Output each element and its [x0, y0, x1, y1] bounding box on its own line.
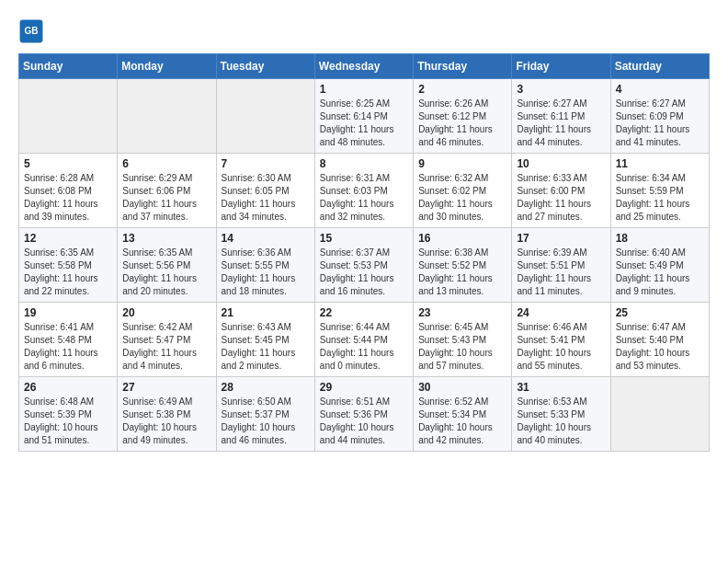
table-row: 12Sunrise: 6:35 AM Sunset: 5:58 PM Dayli…	[19, 228, 118, 303]
table-row: 3Sunrise: 6:27 AM Sunset: 6:11 PM Daylig…	[512, 79, 610, 154]
day-number: 11	[616, 157, 704, 170]
table-row	[610, 377, 709, 452]
table-row: 8Sunrise: 6:31 AM Sunset: 6:03 PM Daylig…	[314, 154, 413, 228]
calendar-week-row: 1Sunrise: 6:25 AM Sunset: 6:14 PM Daylig…	[19, 79, 710, 154]
table-row: 21Sunrise: 6:43 AM Sunset: 5:45 PM Dayli…	[216, 303, 314, 377]
day-info: Sunrise: 6:42 AM Sunset: 5:47 PM Dayligh…	[122, 321, 210, 373]
day-info: Sunrise: 6:51 AM Sunset: 5:36 PM Dayligh…	[320, 396, 408, 447]
col-wednesday: Wednesday	[314, 54, 413, 79]
day-number: 24	[517, 306, 605, 319]
day-info: Sunrise: 6:41 AM Sunset: 5:48 PM Dayligh…	[24, 321, 112, 373]
col-sunday: Sunday	[19, 54, 118, 79]
day-info: Sunrise: 6:31 AM Sunset: 6:03 PM Dayligh…	[320, 172, 408, 224]
day-number: 29	[320, 381, 408, 394]
table-row: 18Sunrise: 6:40 AM Sunset: 5:49 PM Dayli…	[610, 228, 709, 303]
day-info: Sunrise: 6:45 AM Sunset: 5:43 PM Dayligh…	[418, 321, 506, 373]
calendar-week-row: 19Sunrise: 6:41 AM Sunset: 5:48 PM Dayli…	[19, 303, 710, 377]
day-info: Sunrise: 6:29 AM Sunset: 6:06 PM Dayligh…	[122, 172, 210, 224]
calendar-table: Sunday Monday Tuesday Wednesday Thursday…	[18, 53, 710, 452]
day-number: 6	[122, 157, 210, 170]
day-number: 20	[122, 306, 210, 319]
day-number: 13	[122, 232, 210, 245]
day-number: 5	[24, 157, 112, 170]
day-info: Sunrise: 6:37 AM Sunset: 5:53 PM Dayligh…	[320, 247, 408, 298]
day-info: Sunrise: 6:35 AM Sunset: 5:56 PM Dayligh…	[122, 247, 210, 298]
day-number: 25	[616, 306, 704, 319]
day-number: 31	[517, 381, 605, 394]
table-row: 20Sunrise: 6:42 AM Sunset: 5:47 PM Dayli…	[118, 303, 216, 377]
table-row: 9Sunrise: 6:32 AM Sunset: 6:02 PM Daylig…	[414, 154, 512, 228]
calendar-week-row: 5Sunrise: 6:28 AM Sunset: 6:08 PM Daylig…	[19, 154, 710, 228]
day-number: 16	[418, 232, 506, 245]
day-info: Sunrise: 6:46 AM Sunset: 5:41 PM Dayligh…	[517, 321, 605, 373]
logo-icon: GB	[18, 18, 44, 44]
day-number: 4	[616, 83, 704, 96]
col-tuesday: Tuesday	[216, 54, 314, 79]
table-row: 25Sunrise: 6:47 AM Sunset: 5:40 PM Dayli…	[610, 303, 709, 377]
day-number: 26	[24, 381, 112, 394]
day-info: Sunrise: 6:39 AM Sunset: 5:51 PM Dayligh…	[517, 247, 605, 298]
day-number: 28	[222, 381, 310, 394]
table-row: 1Sunrise: 6:25 AM Sunset: 6:14 PM Daylig…	[314, 79, 413, 154]
day-info: Sunrise: 6:36 AM Sunset: 5:55 PM Dayligh…	[222, 247, 310, 298]
day-number: 9	[418, 157, 506, 170]
svg-text:GB: GB	[24, 26, 38, 36]
table-row: 26Sunrise: 6:48 AM Sunset: 5:39 PM Dayli…	[19, 377, 118, 452]
day-number: 8	[320, 157, 408, 170]
table-row: 30Sunrise: 6:52 AM Sunset: 5:34 PM Dayli…	[414, 377, 512, 452]
day-number: 19	[24, 306, 112, 319]
table-row: 19Sunrise: 6:41 AM Sunset: 5:48 PM Dayli…	[19, 303, 118, 377]
table-row: 31Sunrise: 6:53 AM Sunset: 5:33 PM Dayli…	[512, 377, 610, 452]
day-number: 27	[122, 381, 210, 394]
table-row: 13Sunrise: 6:35 AM Sunset: 5:56 PM Dayli…	[118, 228, 216, 303]
table-row: 28Sunrise: 6:50 AM Sunset: 5:37 PM Dayli…	[216, 377, 314, 452]
day-info: Sunrise: 6:33 AM Sunset: 6:00 PM Dayligh…	[517, 172, 605, 224]
logo: GB	[18, 18, 48, 44]
day-number: 3	[517, 83, 605, 96]
day-info: Sunrise: 6:44 AM Sunset: 5:44 PM Dayligh…	[320, 321, 408, 373]
col-thursday: Thursday	[414, 54, 512, 79]
col-friday: Friday	[512, 54, 610, 79]
day-number: 2	[418, 83, 506, 96]
day-info: Sunrise: 6:27 AM Sunset: 6:11 PM Dayligh…	[517, 98, 605, 149]
table-row: 27Sunrise: 6:49 AM Sunset: 5:38 PM Dayli…	[118, 377, 216, 452]
table-row: 7Sunrise: 6:30 AM Sunset: 6:05 PM Daylig…	[216, 154, 314, 228]
col-monday: Monday	[118, 54, 216, 79]
table-row: 17Sunrise: 6:39 AM Sunset: 5:51 PM Dayli…	[512, 228, 610, 303]
table-row: 10Sunrise: 6:33 AM Sunset: 6:00 PM Dayli…	[512, 154, 610, 228]
day-info: Sunrise: 6:34 AM Sunset: 5:59 PM Dayligh…	[616, 172, 704, 224]
table-row: 4Sunrise: 6:27 AM Sunset: 6:09 PM Daylig…	[610, 79, 709, 154]
day-info: Sunrise: 6:43 AM Sunset: 5:45 PM Dayligh…	[222, 321, 310, 373]
calendar-week-row: 26Sunrise: 6:48 AM Sunset: 5:39 PM Dayli…	[19, 377, 710, 452]
day-number: 18	[616, 232, 704, 245]
day-number: 22	[320, 306, 408, 319]
day-number: 15	[320, 232, 408, 245]
table-row	[216, 79, 314, 154]
table-row: 23Sunrise: 6:45 AM Sunset: 5:43 PM Dayli…	[414, 303, 512, 377]
table-row: 2Sunrise: 6:26 AM Sunset: 6:12 PM Daylig…	[414, 79, 512, 154]
day-number: 30	[418, 381, 506, 394]
day-info: Sunrise: 6:28 AM Sunset: 6:08 PM Dayligh…	[24, 172, 112, 224]
table-row: 14Sunrise: 6:36 AM Sunset: 5:55 PM Dayli…	[216, 228, 314, 303]
table-row: 11Sunrise: 6:34 AM Sunset: 5:59 PM Dayli…	[610, 154, 709, 228]
table-row: 5Sunrise: 6:28 AM Sunset: 6:08 PM Daylig…	[19, 154, 118, 228]
day-info: Sunrise: 6:25 AM Sunset: 6:14 PM Dayligh…	[320, 98, 408, 149]
day-number: 12	[24, 232, 112, 245]
day-info: Sunrise: 6:47 AM Sunset: 5:40 PM Dayligh…	[616, 321, 704, 373]
table-row	[118, 79, 216, 154]
table-row: 16Sunrise: 6:38 AM Sunset: 5:52 PM Dayli…	[414, 228, 512, 303]
calendar-header-row: Sunday Monday Tuesday Wednesday Thursday…	[19, 54, 710, 79]
day-info: Sunrise: 6:52 AM Sunset: 5:34 PM Dayligh…	[418, 396, 506, 447]
table-row: 29Sunrise: 6:51 AM Sunset: 5:36 PM Dayli…	[314, 377, 413, 452]
day-number: 10	[517, 157, 605, 170]
day-info: Sunrise: 6:26 AM Sunset: 6:12 PM Dayligh…	[418, 98, 506, 149]
table-row: 22Sunrise: 6:44 AM Sunset: 5:44 PM Dayli…	[314, 303, 413, 377]
table-row: 15Sunrise: 6:37 AM Sunset: 5:53 PM Dayli…	[314, 228, 413, 303]
day-info: Sunrise: 6:27 AM Sunset: 6:09 PM Dayligh…	[616, 98, 704, 149]
col-saturday: Saturday	[610, 54, 709, 79]
day-info: Sunrise: 6:35 AM Sunset: 5:58 PM Dayligh…	[24, 247, 112, 298]
day-info: Sunrise: 6:49 AM Sunset: 5:38 PM Dayligh…	[122, 396, 210, 447]
page-header: GB	[18, 18, 710, 44]
day-info: Sunrise: 6:50 AM Sunset: 5:37 PM Dayligh…	[222, 396, 310, 447]
table-row: 24Sunrise: 6:46 AM Sunset: 5:41 PM Dayli…	[512, 303, 610, 377]
